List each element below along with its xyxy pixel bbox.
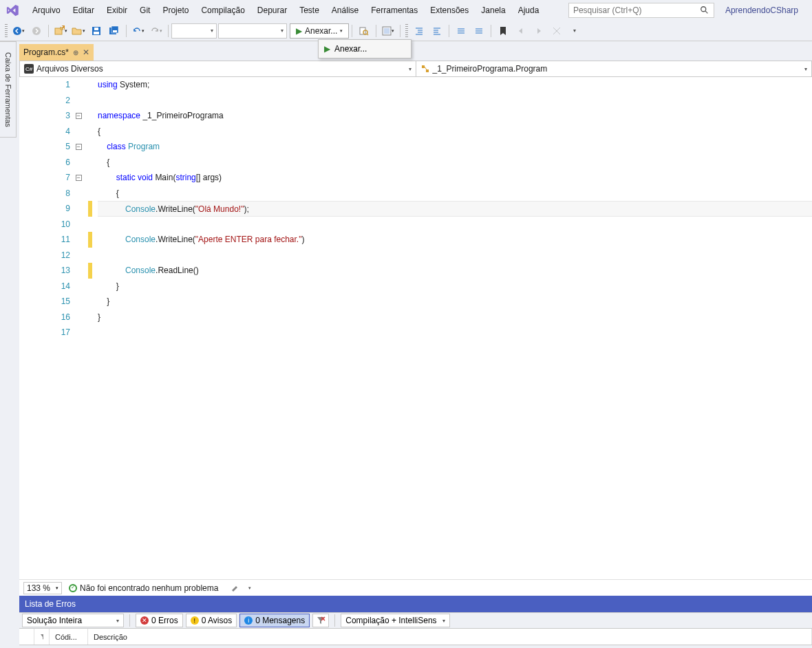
save-all-button[interactable]	[106, 23, 122, 39]
open-button[interactable]: ▾	[70, 23, 87, 39]
line-number: 4	[19, 124, 70, 140]
toolbox-sidebar[interactable]: Caixa de Ferramentas	[0, 41, 17, 138]
nav-class-dropdown[interactable]: _1_PrimeiroPrograma.Program ▾	[416, 61, 812, 76]
change-marker	[88, 201, 92, 217]
find-in-files-button[interactable]	[356, 23, 372, 39]
svg-point-0	[701, 7, 706, 12]
nav-project-dropdown[interactable]: C# Arquivos Diversos ▾	[20, 61, 416, 76]
nav-project-label: Arquivos Diversos	[36, 64, 103, 74]
attach-popup-label: Anexar...	[334, 44, 367, 54]
back-button[interactable]: ▾	[10, 23, 27, 39]
svg-rect-16	[384, 28, 389, 34]
uncomment-button[interactable]	[471, 23, 487, 39]
file-tab-program[interactable]: Program.cs* ⊕ ✕	[19, 44, 94, 61]
toolbar-grip[interactable]	[5, 24, 8, 38]
problem-indicator[interactable]: Não foi encontrado nenhum problema	[69, 583, 218, 593]
code-editor[interactable]: − − − 1 2 3 4 5 6 7 8 9 10 11 12 13 14 1…	[19, 77, 812, 579]
build-filter-dropdown[interactable]: Compilação + IntelliSens▾	[341, 614, 449, 627]
toolbar-grip-2[interactable]	[405, 24, 408, 38]
toolbar-overflow[interactable]: ▾	[566, 23, 583, 39]
solution-name[interactable]: AprendendoCSharp	[717, 3, 806, 18]
csharp-icon: C#	[24, 64, 34, 74]
attach-label: Anexar...	[305, 26, 337, 36]
check-icon	[69, 584, 77, 592]
menu-depurar[interactable]: Depurar	[251, 3, 293, 18]
svg-rect-8	[94, 28, 98, 30]
menu-exibir[interactable]: Exibir	[100, 3, 133, 18]
error-icon: ✕	[140, 616, 149, 625]
menu-arquivo[interactable]: Arquivo	[26, 3, 67, 18]
attach-dropdown-popup: ▶ Anexar...	[318, 39, 412, 58]
menu-teste[interactable]: Teste	[293, 3, 325, 18]
errors-filter-button[interactable]: ✕ 0 Erros	[136, 614, 183, 627]
svg-rect-7	[94, 32, 99, 34]
bookmark-button[interactable]	[495, 23, 511, 39]
forward-button[interactable]	[28, 23, 45, 39]
brush-icon[interactable]	[231, 583, 242, 593]
line-number: 8	[19, 186, 70, 202]
clear-bookmarks-button[interactable]	[548, 23, 565, 39]
col-icon[interactable]	[19, 629, 34, 645]
new-project-button[interactable]: ✱▾	[52, 23, 69, 39]
fold-toggle[interactable]: −	[76, 113, 82, 119]
fold-toggle[interactable]: −	[76, 175, 82, 181]
close-icon[interactable]: ✕	[83, 47, 89, 57]
menu-compilacao[interactable]: Compilação	[195, 3, 250, 18]
line-number: 10	[19, 217, 70, 233]
tab-label: Program.cs*	[23, 47, 69, 57]
col-severity[interactable]	[34, 629, 50, 645]
error-scope-dropdown[interactable]: Solução Inteira▾	[22, 614, 124, 627]
play-icon: ▶	[296, 26, 302, 36]
prev-bookmark-button[interactable]	[513, 23, 529, 39]
svg-line-1	[705, 11, 708, 14]
search-icon	[700, 6, 709, 15]
toolbox-label: Caixa de Ferramentas	[4, 52, 12, 127]
menu-analise[interactable]: Análise	[325, 3, 365, 18]
messages-filter-button[interactable]: i 0 Mensagens	[239, 614, 310, 627]
menu-ferramentas[interactable]: Ferramentas	[365, 3, 424, 18]
outdent-button[interactable]	[429, 23, 445, 39]
attach-button[interactable]: ▶ Anexar... ▾	[290, 23, 349, 39]
fold-toggle[interactable]: −	[76, 144, 82, 150]
col-code[interactable]: Códi...	[50, 629, 88, 645]
save-button[interactable]	[88, 23, 105, 39]
nav-class-label: _1_PrimeiroPrograma.Program	[433, 64, 548, 74]
error-list-header[interactable]: Lista de Erros	[19, 596, 812, 612]
menu-extensoes[interactable]: Extensões	[424, 3, 475, 18]
attach-popup-item[interactable]: ▶ Anexar...	[320, 41, 409, 56]
config-dropdown[interactable]: ▾	[171, 23, 217, 39]
line-number: 1	[19, 77, 70, 93]
change-marker	[88, 232, 92, 248]
comment-button[interactable]	[453, 23, 469, 39]
search-box[interactable]	[568, 3, 714, 18]
code-content[interactable]: using System; namespace _1_PrimeiroProgr…	[95, 77, 812, 579]
undo-button[interactable]: ▾	[130, 23, 147, 39]
menu-ajuda[interactable]: Ajuda	[512, 3, 546, 18]
redo-button[interactable]: ▾	[148, 23, 164, 39]
zoom-dropdown[interactable]: 133 %▾	[23, 582, 62, 594]
indent-button[interactable]	[411, 23, 427, 39]
play-icon: ▶	[324, 44, 330, 54]
menu-git[interactable]: Git	[133, 3, 156, 18]
next-bookmark-button[interactable]	[531, 23, 547, 39]
toolbar: ▾ ✱▾ ▾ ▾ ▾ ▾ ▾ ▶ Anexar... ▾ ▾ ▾	[0, 21, 812, 41]
warnings-filter-button[interactable]: ! 0 Avisos	[186, 614, 237, 627]
menu-projeto[interactable]: Projeto	[156, 3, 195, 18]
menu-janela[interactable]: Janela	[475, 3, 511, 18]
info-icon: i	[244, 616, 253, 625]
line-number: 2	[19, 93, 70, 109]
menu-editar[interactable]: Editar	[67, 3, 100, 18]
clear-filter-button[interactable]	[312, 614, 329, 627]
line-number: 5	[19, 139, 70, 155]
pin-icon[interactable]: ⊕	[73, 49, 78, 56]
line-number: 16	[19, 310, 70, 325]
search-input[interactable]	[573, 6, 700, 15]
no-problem-label: Não foi encontrado nenhum problema	[80, 583, 218, 593]
line-number: 17	[19, 325, 70, 341]
navigation-bar: C# Arquivos Diversos ▾ _1_PrimeiroProgra…	[19, 61, 812, 77]
line-number: 11	[19, 232, 70, 248]
platform-dropdown[interactable]: ▾	[218, 23, 287, 39]
col-description[interactable]: Descrição	[88, 629, 812, 645]
vs-logo-icon	[3, 1, 22, 20]
view-button[interactable]: ▾	[380, 23, 396, 39]
